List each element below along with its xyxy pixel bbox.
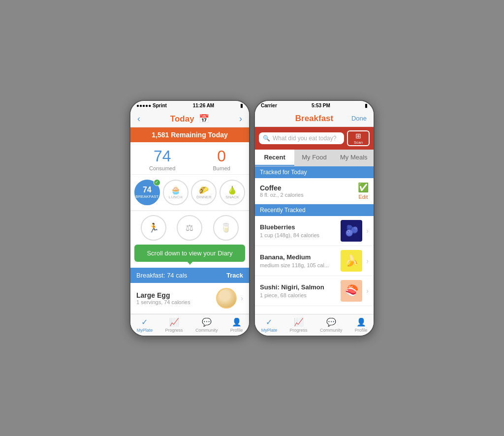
tab-recent[interactable]: Recent [255,150,294,166]
food-sub: 1 servings, 74 calories [136,299,212,305]
breakfast-circle[interactable]: ✓ 74 BREAKFAST [134,180,160,205]
recent-sushi[interactable]: Sushi: Nigiri, Salmon 1 piece, 68 calori… [255,276,374,306]
remaining-bar: 1,581 Remaining Today [130,127,249,142]
tracked-coffee[interactable]: Coffee 8 fl. oz., 2 calories ✅ Edit [255,178,374,204]
profile-label-right: Profile [355,328,368,333]
time-right: 5:53 PM [312,103,330,108]
progress-icon: 📈 [169,317,179,327]
food-name: Large Egg [136,291,212,299]
consumed-value: 74 [149,147,175,165]
nav-myplate-left[interactable]: ✓ MyPlate [137,317,153,333]
myplate-icon: ✓ [141,317,148,327]
nav-myplate-right[interactable]: ✓ MyPlate [261,317,278,333]
banana-image: 🍌 [341,250,362,272]
banana-sub: medium size 118g, 105 cal... [260,262,337,268]
community-icon: 💬 [202,317,212,327]
lunch-circle[interactable]: 🧁 LUNCH [163,180,189,205]
scan-button[interactable]: ⊞ Scan [347,130,370,146]
bottom-nav-right: ✓ MyPlate 📈 Progress 💬 Community 👤 Profi… [255,314,374,336]
sushi-chevron-icon: › [366,287,369,295]
sushi-name: Sushi: Nigiri, Salmon [260,283,337,291]
chevron-right-icon: › [241,294,243,302]
profile-label: Profile [230,328,243,333]
time-left: 11:26 AM [193,103,215,108]
breakfast-bar-text: Breakfast: 74 cals [136,272,187,279]
burned-value: 0 [213,147,230,165]
nav-header-right: Breakfast Done [255,111,374,127]
myplate-label-right: MyPlate [261,328,278,333]
nav-community-left[interactable]: 💬 Community [195,317,218,333]
nav-progress-right[interactable]: 📈 Progress [290,317,308,333]
carrier-left: ●●●●● Sprint [136,103,167,108]
weight-circle[interactable]: ⚖ [177,215,202,241]
banana-info: Banana, Medium medium size 118g, 105 cal… [260,253,337,268]
recent-section-header: Recently Tracked [255,204,374,216]
sushi-image: 🍣 [341,280,362,302]
coffee-actions: ✅ Edit [358,182,369,200]
breakfast-bar: Breakfast: 74 cals Track [130,268,249,283]
community-icon-right: 💬 [326,317,336,327]
meal-circles: ✓ 74 BREAKFAST 🧁 LUNCH 🌮 DINNER [130,175,249,211]
sushi-info: Sushi: Nigiri, Salmon 1 piece, 68 calori… [260,283,337,298]
blueberries-sub: 1 cup (148g), 84 calories [260,232,337,238]
progress-label: Progress [165,328,183,333]
burned-label: Burned [213,165,230,171]
food-image [216,288,237,309]
tab-my-meals[interactable]: My Meals [334,150,374,166]
consumed-label: Consumed [149,165,175,171]
coffee-name: Coffee [260,184,304,192]
nav-title-left: Today 📅 [170,114,209,124]
food-item-info: Large Egg 1 servings, 74 calories [136,291,212,305]
recent-blueberries[interactable]: Blueberries 1 cup (148g), 84 calories 🫐 … [255,216,374,246]
exercise-circle[interactable]: 🏃 [141,215,166,241]
blueberries-name: Blueberries [260,223,337,231]
water-circle[interactable]: 🥛 [213,215,239,241]
dinner-circle[interactable]: 🌮 DINNER [191,180,217,205]
nav-header-left: ‹ Today 📅 › [130,111,249,127]
nav-profile-right[interactable]: 👤 Profile [355,317,368,333]
progress-label-right: Progress [290,328,308,333]
left-phone: ●●●●● Sprint 11:26 AM ▮ ‹ Today 📅 › 1,58… [129,100,250,337]
coffee-sub: 8 fl. oz., 2 calories [260,192,304,198]
recent-banana[interactable]: Banana, Medium medium size 118g, 105 cal… [255,246,374,276]
blueberries-image: 🫐 [341,220,362,242]
profile-icon: 👤 [232,317,242,327]
nav-profile-left[interactable]: 👤 Profile [230,317,243,333]
search-icon: 🔍 [263,135,270,142]
scroll-hint: Scroll down to view your Diary [134,245,245,262]
status-bar-right: Carrier 5:53 PM ▮ [255,101,374,111]
myplate-label: MyPlate [137,328,153,333]
bottom-nav-left: ✓ MyPlate 📈 Progress 💬 Community 👤 Profi… [130,314,249,336]
nav-community-right[interactable]: 💬 Community [320,317,343,333]
scan-icon: ⊞ [355,132,361,140]
done-button[interactable]: Done [347,115,367,122]
stats-row: 74 Consumed 0 Burned [130,142,249,175]
activity-circles: 🏃 ⚖ 🥛 [130,211,249,243]
edit-button[interactable]: Edit [359,194,368,200]
nav-progress-left[interactable]: 📈 Progress [165,317,183,333]
progress-icon-right: 📈 [294,317,304,327]
blueberries-chevron-icon: › [366,227,369,235]
nav-next-button[interactable]: › [239,114,242,124]
breakfast-title: Breakfast [295,114,334,124]
carrier-right: Carrier [261,103,277,108]
community-label: Community [195,328,218,333]
community-label-right: Community [320,328,343,333]
blueberries-info: Blueberries 1 cup (148g), 84 calories [260,223,337,238]
tracked-section-header: Tracked for Today [255,166,374,178]
right-phone: Carrier 5:53 PM ▮ Breakfast Done 🔍 What … [254,100,375,337]
track-button[interactable]: Track [226,272,243,279]
banana-chevron-icon: › [366,257,369,265]
coffee-info: Coffee 8 fl. oz., 2 calories [260,184,304,198]
battery-right: ▮ [365,103,368,108]
snack-circle[interactable]: 🍐 SNACK [220,180,245,205]
tab-my-food[interactable]: My Food [294,150,334,166]
battery-left: ▮ [240,103,243,108]
consumed-stat: 74 Consumed [149,147,175,171]
burned-stat: 0 Burned [213,147,230,171]
check-icon: ✅ [358,182,369,193]
food-item-large-egg[interactable]: Large Egg 1 servings, 74 calories › [130,283,249,314]
search-input-wrap[interactable]: 🔍 What did you eat today? [259,132,344,144]
myplate-icon-right: ✓ [266,317,272,327]
nav-prev-button[interactable]: ‹ [137,114,140,124]
